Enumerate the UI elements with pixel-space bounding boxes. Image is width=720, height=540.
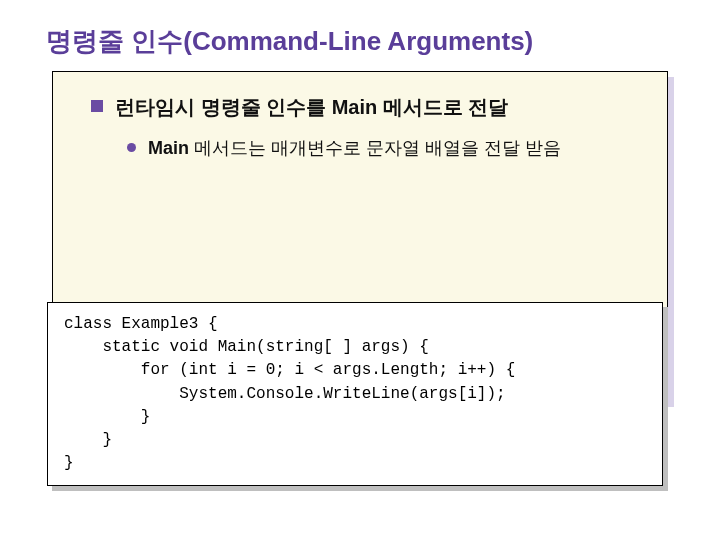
bullet-level2-bold: Main (148, 138, 189, 158)
bullet-level2: Main 메서드는 매개변수로 문자열 배열을 전달 받음 (127, 135, 629, 162)
slide: 명령줄 인수(Command-Line Arguments) 런타임시 명령줄 … (0, 0, 720, 540)
code-shadow: class Example3 { static void Main(string… (52, 307, 668, 491)
bullet-level1-text: 런타임시 명령줄 인수를 Main 메서드로 전달 (115, 94, 508, 121)
slide-title: 명령줄 인수(Command-Line Arguments) (46, 24, 680, 59)
bullet-level1: 런타임시 명령줄 인수를 Main 메서드로 전달 (91, 94, 629, 121)
square-bullet-icon (91, 100, 103, 112)
code-block: class Example3 { static void Main(string… (47, 302, 663, 486)
bullet-level2-rest: 메서드는 매개변수로 문자열 배열을 전달 받음 (189, 138, 561, 158)
dot-bullet-icon (127, 143, 136, 152)
bullet-level2-text: Main 메서드는 매개변수로 문자열 배열을 전달 받음 (148, 135, 561, 162)
